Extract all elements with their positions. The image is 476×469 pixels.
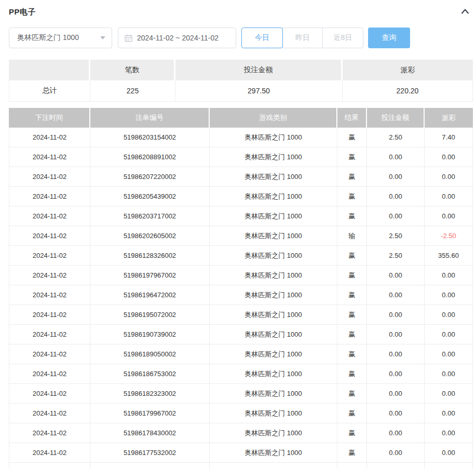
cell-bet-amount: 0.00 (367, 344, 425, 364)
cell-result: 赢 (337, 167, 367, 187)
cell-payout: 0.00 (425, 305, 473, 325)
cell-bet-time: 2024-11-02 (9, 325, 90, 344)
cell-bet-time: 2024-11-02 (9, 344, 90, 364)
cell-payout: 0.00 (425, 325, 473, 344)
today-button[interactable]: 今日 (241, 27, 283, 48)
cell-result: 赢 (337, 463, 367, 469)
cell-game-type: 奥林匹斯之门 1000 (210, 463, 337, 469)
cell-bet-amount: 0.00 (367, 404, 425, 423)
header-game-type: 游戏类别 (210, 108, 337, 128)
cell-bet-amount: 0.00 (367, 206, 425, 226)
table-row: 奥林匹斯之门 1000赢 (9, 463, 473, 469)
cell-bet-time: 2024-11-02 (9, 443, 90, 463)
header-result: 结果 (337, 108, 367, 128)
cell-result: 赢 (337, 285, 367, 305)
table-row: 2024-11-0251986203154002奥林匹斯之门 1000赢2.50… (9, 128, 473, 147)
yesterday-button[interactable]: 昨日 (282, 27, 323, 48)
cell-bet-time: 2024-11-02 (9, 167, 90, 187)
cell-bet-amount: 0.00 (367, 187, 425, 206)
table-row: 2024-11-0251986203717002奥林匹斯之门 1000赢0.00… (9, 206, 473, 226)
cell-game-type: 奥林匹斯之门 1000 (210, 364, 337, 384)
calendar-icon (125, 34, 132, 42)
cell-result: 输 (337, 226, 367, 246)
summary-header-bet-amount: 投注金额 (175, 60, 343, 80)
cell-bet-time: 2024-11-02 (9, 285, 90, 305)
cell-result: 赢 (337, 325, 367, 344)
bet-records-table: 下注时间 注单编号 游戏类别 结果 投注金额 派彩 2024-11-025198… (9, 108, 473, 469)
cell-bet-time (9, 463, 90, 469)
date-range-input[interactable]: 2024-11-02 ~ 2024-11-02 (118, 27, 236, 48)
cell-order-no: 51986197967002 (90, 266, 210, 285)
cell-bet-amount: 0.00 (367, 147, 425, 167)
filter-bar: 奥林匹斯之门 1000 2024-11-02 ~ 2024-11-02 (9, 27, 473, 48)
cell-order-no: 51986203154002 (90, 128, 210, 147)
cell-game-type: 奥林匹斯之门 1000 (210, 443, 337, 463)
last-8-days-button[interactable]: 近8日 (322, 27, 363, 48)
cell-payout: 0.00 (425, 404, 473, 423)
cell-order-no: 51986195072002 (90, 305, 210, 325)
cell-result: 赢 (337, 404, 367, 423)
table-row: 2024-11-0251986189050002奥林匹斯之门 1000赢0.00… (9, 344, 473, 364)
cell-payout: 0.00 (425, 266, 473, 285)
bet-table-body: 2024-11-0251986203154002奥林匹斯之门 1000赢2.50… (9, 128, 473, 469)
cell-result: 赢 (337, 443, 367, 463)
collapse-panel-button[interactable] (460, 7, 470, 17)
summary-total-row: 总计 225 297.50 220.20 (9, 80, 473, 102)
cell-order-no: 51986207220002 (90, 167, 210, 187)
cell-payout: 0.00 (425, 147, 473, 167)
cell-game-type: 奥林匹斯之门 1000 (210, 344, 337, 364)
cell-game-type: 奥林匹斯之门 1000 (210, 128, 337, 147)
summary-header-row: 笔数 投注金额 派彩 (9, 60, 473, 80)
cell-order-no: 51986128326002 (90, 246, 210, 266)
cell-bet-amount: 0.00 (367, 266, 425, 285)
caret-down-icon (100, 36, 105, 39)
cell-result: 赢 (337, 266, 367, 285)
cell-bet-time: 2024-11-02 (9, 128, 90, 147)
summary-header-payout: 派彩 (343, 60, 473, 80)
cell-game-type: 奥林匹斯之门 1000 (210, 325, 337, 344)
header-order-no: 注单编号 (90, 108, 210, 128)
cell-bet-amount: 0.00 (367, 384, 425, 404)
table-row: 2024-11-0251986195072002奥林匹斯之门 1000赢0.00… (9, 305, 473, 325)
cell-bet-time: 2024-11-02 (9, 266, 90, 285)
summary-header-blank (9, 60, 90, 80)
table-row: 2024-11-0251986179967002奥林匹斯之门 1000赢0.00… (9, 404, 473, 423)
cell-bet-amount: 0.00 (367, 167, 425, 187)
cell-result: 赢 (337, 305, 367, 325)
game-select[interactable]: 奥林匹斯之门 1000 (9, 27, 112, 48)
table-row: 2024-11-0251986205439002奥林匹斯之门 1000赢0.00… (9, 187, 473, 206)
cell-game-type: 奥林匹斯之门 1000 (210, 305, 337, 325)
page-title: PP电子 (9, 7, 36, 17)
cell-order-no: 51986177532002 (90, 443, 210, 463)
table-row: 2024-11-0251986177532002奥林匹斯之门 1000赢0.00… (9, 443, 473, 463)
table-row: 2024-11-0251986128326002奥林匹斯之门 1000赢2.50… (9, 246, 473, 266)
cell-payout: 0.00 (425, 187, 473, 206)
cell-order-no: 51986179967002 (90, 404, 210, 423)
cell-game-type: 奥林匹斯之门 1000 (210, 285, 337, 305)
header-bet-time: 下注时间 (9, 108, 90, 128)
cell-payout: 0.00 (425, 384, 473, 404)
game-select-value: 奥林匹斯之门 1000 (17, 33, 79, 43)
cell-order-no: 51986190739002 (90, 325, 210, 344)
summary-total-count: 225 (90, 80, 175, 102)
cell-order-no: 51986186753002 (90, 364, 210, 384)
table-row: 2024-11-0251986202605002奥林匹斯之门 1000输2.50… (9, 226, 473, 246)
cell-bet-time: 2024-11-02 (9, 423, 90, 443)
cell-order-no (90, 463, 210, 469)
cell-result: 赢 (337, 147, 367, 167)
cell-bet-amount: 2.50 (367, 246, 425, 266)
table-row: 2024-11-0251986182323002奥林匹斯之门 1000赢0.00… (9, 384, 473, 404)
cell-game-type: 奥林匹斯之门 1000 (210, 404, 337, 423)
cell-game-type: 奥林匹斯之门 1000 (210, 226, 337, 246)
table-row: 2024-11-0251986178430002奥林匹斯之门 1000赢0.00… (9, 423, 473, 443)
cell-order-no: 51986202605002 (90, 226, 210, 246)
cell-bet-time: 2024-11-02 (9, 187, 90, 206)
cell-bet-amount: 0.00 (367, 285, 425, 305)
quick-date-button-group: 今日 昨日 近8日 (241, 27, 363, 48)
search-button[interactable]: 查询 (368, 27, 410, 48)
cell-order-no: 51986182323002 (90, 384, 210, 404)
summary-total-label: 总计 (9, 80, 90, 102)
cell-result: 赢 (337, 344, 367, 364)
cell-game-type: 奥林匹斯之门 1000 (210, 246, 337, 266)
cell-bet-amount: 0.00 (367, 423, 425, 443)
